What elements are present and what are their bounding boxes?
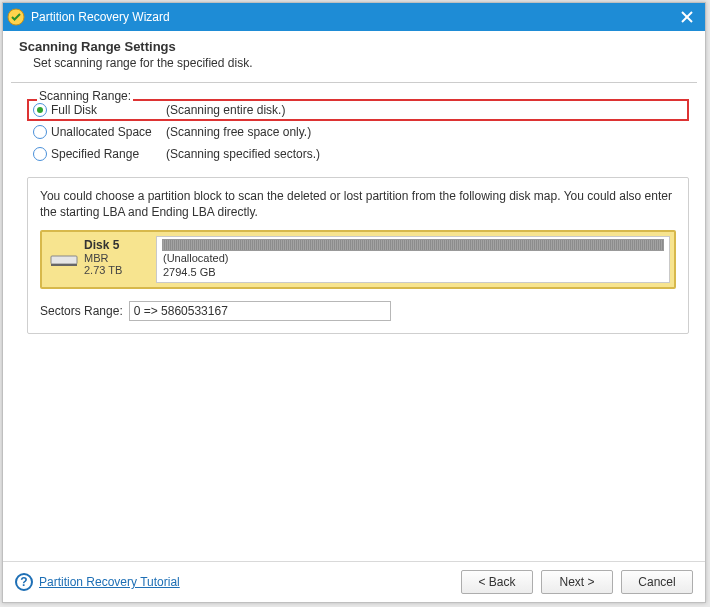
disk-size: 2.73 TB: [84, 264, 122, 276]
page-subtitle: Set scanning range for the specified dis…: [19, 56, 693, 70]
partition-label: (Unallocated): [163, 252, 663, 265]
disk-map-panel: You could choose a partition block to sc…: [27, 177, 689, 334]
disk-map-description: You could choose a partition block to sc…: [40, 188, 676, 220]
partition-bar: [163, 240, 663, 250]
option-full-disk-hint: (Scanning entire disk.): [166, 103, 285, 117]
help-link-group: ? Partition Recovery Tutorial: [15, 573, 180, 591]
svg-rect-4: [51, 264, 77, 266]
close-button[interactable]: [673, 3, 701, 31]
titlebar: Partition Recovery Wizard: [3, 3, 705, 31]
window-title: Partition Recovery Wizard: [31, 10, 170, 24]
help-icon: ?: [15, 573, 33, 591]
partition-block[interactable]: (Unallocated) 2794.5 GB: [156, 236, 670, 282]
scanning-range-group: Scanning Range: Full Disk (Scanning enti…: [27, 89, 689, 334]
scanning-range-options: Full Disk (Scanning entire disk.) Unallo…: [27, 99, 689, 165]
page-title: Scanning Range Settings: [19, 39, 693, 54]
option-full-disk-label: Full Disk: [51, 103, 166, 117]
wizard-body: Scanning Range: Full Disk (Scanning enti…: [3, 83, 705, 561]
disk-name: Disk 5: [84, 238, 122, 252]
disk-text: Disk 5 MBR 2.73 TB: [84, 238, 122, 280]
radio-specified-range[interactable]: [33, 147, 47, 161]
wizard-window: Partition Recovery Wizard Scanning Range…: [2, 2, 706, 603]
radio-full-disk[interactable]: [33, 103, 47, 117]
sectors-range-row: Sectors Range:: [40, 301, 676, 321]
option-specified-range-hint: (Scanning specified sectors.): [166, 147, 320, 161]
app-icon: [7, 8, 25, 26]
svg-text:?: ?: [20, 575, 27, 589]
scanning-range-legend: Scanning Range:: [37, 89, 133, 103]
tutorial-link[interactable]: Partition Recovery Tutorial: [39, 575, 180, 589]
disk-info: Disk 5 MBR 2.73 TB: [46, 236, 150, 282]
option-specified-range-label: Specified Range: [51, 147, 166, 161]
option-unallocated-space-hint: (Scanning free space only.): [166, 125, 311, 139]
page-header: Scanning Range Settings Set scanning ran…: [3, 31, 705, 82]
back-button[interactable]: < Back: [461, 570, 533, 594]
option-unallocated-space-label: Unallocated Space: [51, 125, 166, 139]
disk-row[interactable]: Disk 5 MBR 2.73 TB (Unallocated) 2794.5 …: [40, 230, 676, 288]
cancel-button[interactable]: Cancel: [621, 570, 693, 594]
option-unallocated-space[interactable]: Unallocated Space (Scanning free space o…: [27, 121, 689, 143]
wizard-footer: ? Partition Recovery Tutorial < Back Nex…: [3, 561, 705, 602]
sectors-range-label: Sectors Range:: [40, 304, 123, 318]
sectors-range-input[interactable]: [129, 301, 391, 321]
close-icon: [681, 11, 693, 23]
svg-rect-3: [51, 256, 77, 264]
option-specified-range[interactable]: Specified Range (Scanning specified sect…: [27, 143, 689, 165]
partition-size: 2794.5 GB: [163, 266, 663, 279]
hard-drive-icon: [50, 238, 78, 280]
disk-scheme: MBR: [84, 252, 122, 264]
radio-unallocated-space[interactable]: [33, 125, 47, 139]
next-button[interactable]: Next >: [541, 570, 613, 594]
